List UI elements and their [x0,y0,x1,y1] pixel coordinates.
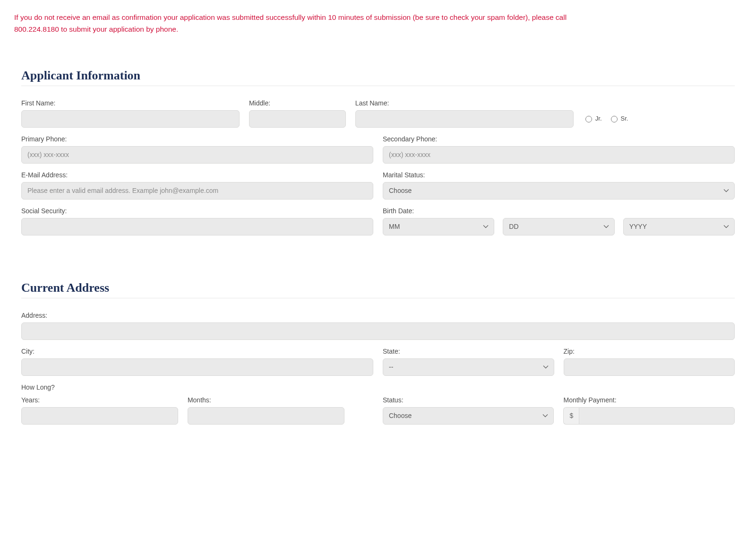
section-title-address: Current Address [21,281,735,295]
submission-warning: If you do not receive an email as confir… [14,12,581,35]
how-long-label: How Long? [21,383,735,391]
currency-addon: $ [563,407,579,425]
suffix-sr-label: Sr. [621,115,628,122]
primary-phone-field[interactable] [21,146,373,164]
state-select[interactable]: -- [383,358,554,376]
marital-status-select[interactable]: Choose [383,182,735,200]
section-applicant-information: Applicant Information First Name: Middle… [14,69,742,235]
birth-year-select[interactable]: YYYY [623,218,735,235]
monthly-payment-label: Monthly Payment: [563,396,735,404]
last-name-label: Last Name: [355,99,574,107]
months-label: Months: [188,396,344,404]
suffix-sr-radio[interactable] [611,116,618,122]
address-status-select[interactable]: Choose [383,407,554,425]
section-current-address: Current Address Address: City: State: --… [14,281,742,425]
months-field[interactable] [188,407,344,425]
last-name-field[interactable] [355,110,574,128]
birth-date-label: Birth Date: [383,207,735,215]
middle-name-label: Middle: [249,99,346,107]
zip-field[interactable] [564,358,735,376]
section-title-applicant: Applicant Information [21,69,735,83]
middle-name-field[interactable] [249,110,346,128]
section-divider [21,86,735,86]
first-name-label: First Name: [21,99,240,107]
first-name-field[interactable] [21,110,240,128]
address-field[interactable] [21,322,735,340]
primary-phone-label: Primary Phone: [21,135,373,143]
monthly-payment-field[interactable] [579,407,735,425]
secondary-phone-field[interactable] [383,146,735,164]
years-field[interactable] [21,407,178,425]
state-label: State: [383,348,554,355]
marital-status-label: Marital Status: [383,171,735,179]
ssn-field[interactable] [21,218,373,235]
email-label: E-Mail Address: [21,171,373,179]
suffix-jr-radio[interactable] [585,116,592,122]
suffix-jr-label: Jr. [595,115,602,122]
secondary-phone-label: Secondary Phone: [383,135,735,143]
ssn-label: Social Security: [21,207,373,215]
birth-day-select[interactable]: DD [503,218,614,235]
city-field[interactable] [21,358,373,376]
email-field[interactable] [21,182,373,200]
years-label: Years: [21,396,178,404]
zip-label: Zip: [564,348,735,355]
section-divider [21,298,735,298]
city-label: City: [21,348,373,355]
address-label: Address: [21,312,735,319]
status-label: Status: [383,396,554,404]
birth-month-select[interactable]: MM [383,218,494,235]
